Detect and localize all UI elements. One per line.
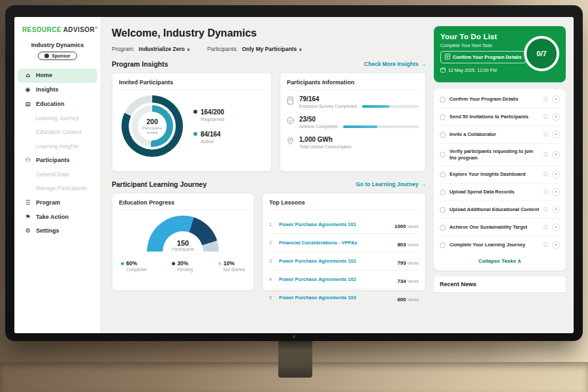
program-insights-header: Program Insights Check More Insights→: [112, 60, 426, 68]
lesson-rank: 1: [269, 222, 274, 227]
check-more-insights-link[interactable]: Check More Insights→: [364, 61, 426, 67]
todo-progress-ring: 0/7: [524, 36, 559, 71]
lesson-title-link[interactable]: Power Purchase Agreements 101: [279, 258, 393, 264]
sidebar-item-manage-participants[interactable]: Manage Participants: [18, 182, 97, 195]
brand-plus: +: [95, 25, 98, 30]
task-row[interactable]: Achieve One Sustainability Target ⓘ ›: [440, 219, 560, 237]
stat-emission-survey: 79/164 Emission Survey Completed: [287, 95, 419, 108]
info-icon[interactable]: ⓘ: [544, 224, 548, 231]
task-row[interactable]: Upload Additional Educational Content ⓘ …: [440, 201, 560, 219]
go-to-learning-journey-link[interactable]: Go to Learning Journey→: [356, 181, 426, 188]
info-icon[interactable]: ⓘ: [544, 96, 548, 103]
task-row[interactable]: Invite a Collaborator ⓘ ›: [440, 126, 560, 144]
chevron-right-icon[interactable]: ›: [552, 206, 560, 214]
chevron-right-icon[interactable]: ›: [552, 241, 560, 249]
task-checkbox[interactable]: [440, 225, 446, 231]
lesson-row[interactable]: 1 Power Purchase Agreements 101 1000view…: [269, 216, 419, 234]
task-checkbox[interactable]: [440, 132, 446, 138]
sidebar-item-general-data[interactable]: General Data: [18, 168, 97, 182]
lesson-row[interactable]: 3 Power Purchase Agreements 101 793views: [269, 252, 419, 270]
lesson-row[interactable]: 2 Financial Considerations - VPPAs 803vi…: [269, 234, 419, 252]
sidebar-item-education-content[interactable]: Education Content: [18, 125, 97, 139]
program-select[interactable]: Industrialize Zero∨: [139, 46, 190, 52]
chevron-right-icon[interactable]: ›: [552, 151, 560, 159]
sidebar-item-education[interactable]: ▤ Education: [18, 97, 97, 112]
chevron-right-icon[interactable]: ›: [552, 113, 560, 121]
lesson-views: 734views: [397, 274, 419, 286]
nav-item-icon: ⚑: [24, 214, 31, 221]
lesson-title-link[interactable]: Power Purchase Agreements 102: [279, 276, 393, 282]
nav-item-label: Participants: [36, 157, 70, 164]
info-icon[interactable]: ⓘ: [544, 131, 548, 138]
brand-secondary: ADVISOR: [63, 26, 95, 33]
task-row[interactable]: Verify participants requesting to join t…: [440, 144, 560, 166]
arrow-right-icon: →: [421, 61, 427, 67]
participants-information-card: Participants Information 79/164 Emission…: [280, 73, 426, 172]
task-row[interactable]: Send 50 Invitations to Participants ⓘ ›: [440, 108, 560, 126]
next-task-button[interactable]: Confirm Your Program Details: [440, 51, 526, 63]
lesson-title-link[interactable]: Power Purchase Agreements 103: [279, 295, 393, 301]
journey-cards-row: Education Progress 150 Participants: [112, 193, 426, 291]
nav-item-label: Home: [36, 73, 52, 79]
collapse-tasks-link[interactable]: Collapse Tasks ∧: [440, 253, 560, 268]
task-row[interactable]: Complete Your Learning Journey ⓘ ›: [440, 237, 560, 253]
info-icon[interactable]: ⓘ: [544, 114, 548, 120]
lesson-rank: 3: [269, 259, 274, 263]
nav-item-icon: ⌂: [24, 73, 31, 79]
nav-item-label: Manage Participants: [36, 186, 87, 191]
lesson-title-link[interactable]: Power Purchase Agreements 101: [279, 221, 390, 227]
lesson-views: 600views: [397, 292, 419, 304]
sidebar-item-program[interactable]: ☰ Program: [18, 196, 97, 210]
info-icon[interactable]: ⓘ: [544, 152, 548, 158]
task-label: Send 50 Invitations to Participants: [449, 114, 540, 120]
task-checkbox[interactable]: [440, 242, 446, 248]
emission-progress-bar: [362, 105, 419, 108]
task-checkbox[interactable]: [440, 97, 446, 103]
task-checkbox[interactable]: [440, 189, 446, 195]
program-filter-label: Program:: [112, 46, 135, 52]
participants-select[interactable]: Only My Participants∨: [242, 46, 302, 52]
sidebar-item-take-action[interactable]: ⚑ Take Action: [18, 210, 97, 225]
sidebar-item-participants[interactable]: ⚇ Participants: [18, 154, 97, 168]
nav-item-icon: ☰: [24, 200, 31, 206]
gauge-center-label: Participants: [147, 247, 219, 252]
program-insights-title: Program Insights: [112, 60, 168, 68]
task-row[interactable]: Explore Your Insights Dashboard ⓘ ›: [440, 166, 560, 184]
chevron-right-icon[interactable]: ›: [552, 223, 560, 231]
lesson-row[interactable]: 5 Power Purchase Agreements 103 600views: [269, 289, 419, 306]
chevron-down-icon: ∨: [187, 47, 190, 52]
sidebar-item-settings[interactable]: ⚙ Settings: [18, 224, 97, 238]
task-checkbox[interactable]: [440, 172, 446, 178]
calendar-icon: [440, 67, 446, 73]
task-checkbox[interactable]: [440, 114, 446, 120]
sponsor-label: Sponsor: [52, 54, 70, 58]
chevron-right-icon[interactable]: ›: [552, 131, 560, 139]
sidebar-item-learning-insights[interactable]: Learning Insights: [18, 140, 97, 154]
invited-card-title: Invited Participants: [119, 79, 265, 90]
brand-primary: RESOURCE: [22, 26, 61, 33]
donut-center-value: 200: [146, 118, 158, 125]
info-icon[interactable]: ⓘ: [544, 171, 548, 178]
chevron-right-icon[interactable]: ›: [552, 171, 560, 178]
lesson-title-link[interactable]: Financial Considerations - VPPAs: [279, 240, 393, 246]
sidebar-item-learning-journey[interactable]: Learning Journey: [18, 112, 97, 125]
task-checkbox[interactable]: [440, 207, 446, 213]
task-row[interactable]: Confirm Your Program Details ⓘ ›: [440, 91, 560, 108]
sidebar-item-home[interactable]: ⌂ Home: [18, 69, 97, 83]
recent-news-title: Recent News: [440, 281, 560, 287]
task-row[interactable]: Upload Spend Data Records ⓘ ›: [440, 184, 560, 201]
info-icon[interactable]: ⓘ: [544, 189, 548, 195]
legend-completed: 60% Completed: [121, 260, 146, 272]
lesson-views: 793views: [397, 255, 419, 267]
photo-background: RESOURCE ADVISOR+ Industry Dynamics Spon…: [0, 0, 588, 392]
donut-center-label: Participants Invited: [141, 126, 163, 135]
nav-item-label: Take Action: [36, 214, 69, 221]
sidebar-item-insights[interactable]: ◉ Insights: [18, 83, 97, 97]
info-icon[interactable]: ⓘ: [544, 206, 548, 213]
chevron-right-icon[interactable]: ›: [552, 188, 560, 196]
info-icon[interactable]: ⓘ: [544, 242, 548, 248]
chevron-right-icon[interactable]: ›: [552, 95, 560, 103]
lesson-row[interactable]: 4 Power Purchase Agreements 102 734views: [269, 270, 419, 289]
task-doc-icon: [445, 54, 450, 61]
task-checkbox[interactable]: [440, 152, 446, 157]
